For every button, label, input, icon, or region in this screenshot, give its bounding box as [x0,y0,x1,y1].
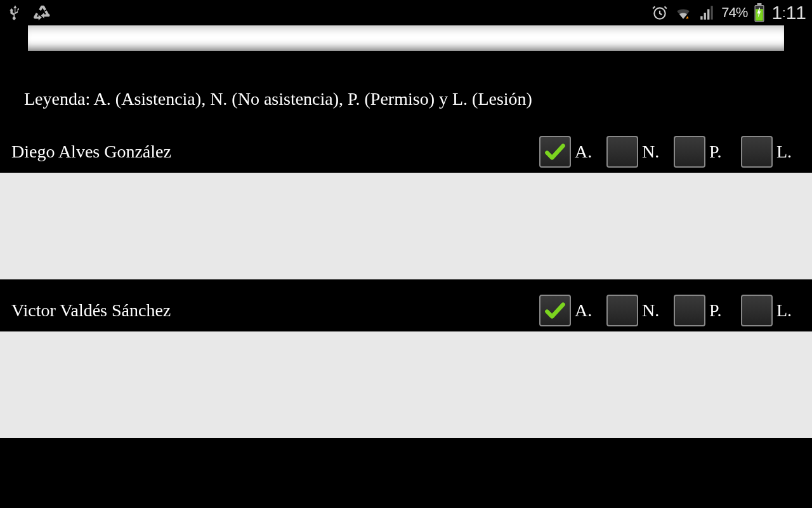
player-block: Victor Valdés Sánchez A. N. P. L. [0,290,812,438]
player-name: Diego Alves González [11,142,171,162]
content: Leyenda: A. (Asistencia), N. (No asisten… [0,25,812,442]
note-area[interactable] [0,173,812,279]
status-right: 74% 1:11 [652,2,806,23]
signal-icon [698,4,715,21]
status-clock: 1:11 [771,2,806,23]
label-n: N. [639,300,669,321]
top-field-wrap [0,25,812,89]
top-input[interactable] [28,25,784,51]
checkbox-l[interactable] [741,295,773,326]
player-header: Victor Valdés Sánchez A. N. P. L. [0,291,812,331]
checkbox-p[interactable] [674,136,705,168]
clock-min: 11 [786,2,806,23]
checkbox-p[interactable] [674,295,705,326]
divider [0,279,812,290]
label-a: A. [572,300,601,321]
usb-icon [6,4,24,22]
checkbox-n[interactable] [606,136,638,168]
label-l: L. [774,142,803,162]
player-block: Diego Alves González A. N. P. L. [0,131,812,279]
label-l: L. [774,300,803,321]
divider [0,438,812,442]
legend-text: Leyenda: A. (Asistencia), N. (No asisten… [0,89,812,131]
alarm-icon [652,4,668,21]
label-p: P. [707,142,736,162]
recycle-icon [33,3,52,22]
label-n: N. [639,142,669,162]
battery-icon [754,3,765,22]
svg-rect-2 [757,3,762,5]
status-bar: 74% 1:11 [0,0,812,25]
checkbox-a[interactable] [539,136,571,168]
clock-hour: 1 [771,2,782,23]
checkbox-group: A. N. P. L. [539,295,803,326]
note-area[interactable] [0,331,812,438]
checkbox-a[interactable] [539,295,571,326]
checkbox-l[interactable] [741,136,773,168]
checkbox-n[interactable] [606,295,638,326]
label-p: P. [707,300,736,321]
battery-percent: 74% [721,4,747,21]
label-a: A. [572,142,601,162]
wifi-icon [674,4,692,21]
player-name: Victor Valdés Sánchez [11,300,171,321]
player-header: Diego Alves González A. N. P. L. [0,132,812,173]
checkbox-group: A. N. P. L. [539,136,803,168]
status-left [6,3,52,22]
